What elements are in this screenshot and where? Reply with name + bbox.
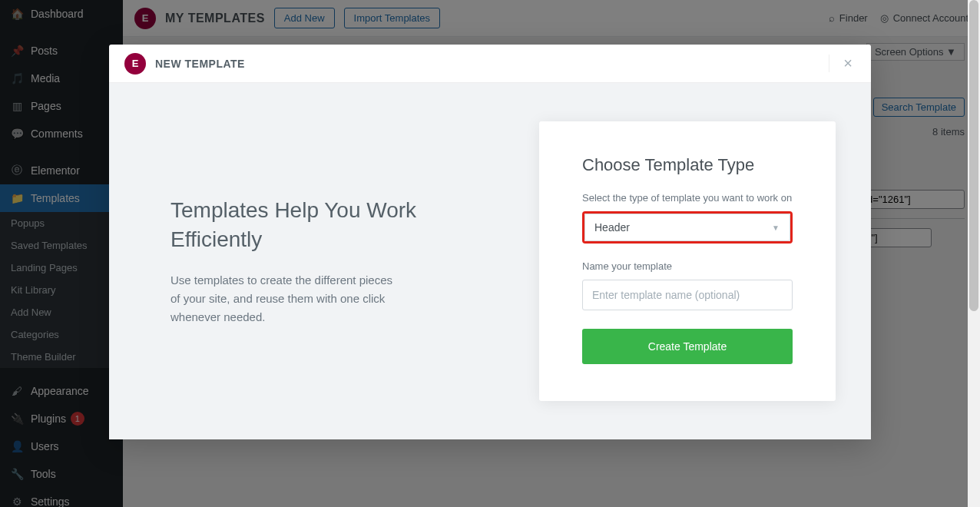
template-type-card: Choose Template Type Select the type of … xyxy=(539,121,836,401)
new-template-modal: E NEW TEMPLATE × Templates Help You Work… xyxy=(109,45,871,439)
template-name-label: Name your template xyxy=(582,260,793,272)
modal-title: NEW TEMPLATE xyxy=(155,58,245,70)
template-type-select[interactable]: Header xyxy=(584,214,790,241)
modal-hero-heading: Templates Help You Work Efficiently xyxy=(171,196,493,254)
close-icon[interactable]: × xyxy=(829,55,856,72)
create-template-button[interactable]: Create Template xyxy=(582,329,793,364)
scrollbar-thumb[interactable] xyxy=(969,0,978,311)
modal-header: E NEW TEMPLATE × xyxy=(109,45,871,83)
template-name-input[interactable] xyxy=(582,280,793,310)
template-type-label: Select the type of template you want to … xyxy=(582,192,793,204)
elementor-logo-icon: E xyxy=(124,53,146,75)
scrollbar[interactable] xyxy=(968,0,980,507)
modal-hero-text: Use templates to create the different pi… xyxy=(171,271,401,326)
template-type-select-highlight: Header ▼ xyxy=(582,211,793,244)
card-heading: Choose Template Type xyxy=(582,155,793,175)
